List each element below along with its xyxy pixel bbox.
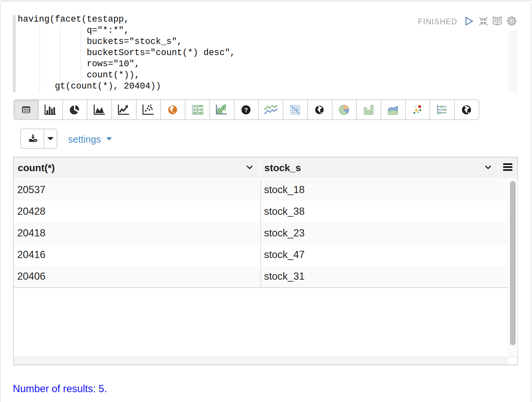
svg-text:?: ? [244,106,248,113]
